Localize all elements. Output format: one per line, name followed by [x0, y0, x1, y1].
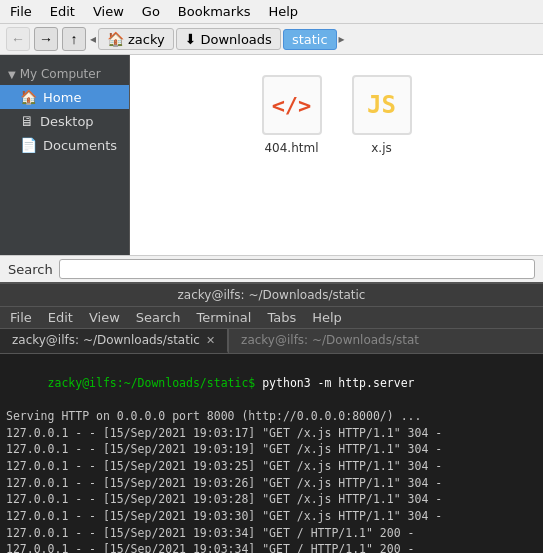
- terminal-prompt-line: zacky@ilfs:~/Downloads/static$ python3 -…: [6, 358, 537, 408]
- file-item-xjs[interactable]: JS x.js: [352, 75, 412, 155]
- terminal-menubar: File Edit View Search Terminal Tabs Help: [0, 307, 543, 329]
- file-content-area: </> 404.html JS x.js: [130, 55, 543, 255]
- search-bar: Search: [0, 255, 543, 282]
- documents-sidebar-icon: 📄: [20, 137, 37, 153]
- sidebar-item-home[interactable]: 🏠 Home: [0, 85, 129, 109]
- loc-right-arrow[interactable]: ▸: [339, 32, 345, 46]
- terminal-body[interactable]: zacky@ilfs:~/Downloads/static$ python3 -…: [0, 354, 543, 553]
- menu-help[interactable]: Help: [262, 2, 304, 21]
- file-item-404html[interactable]: </> 404.html: [262, 75, 322, 155]
- forward-button[interactable]: →: [34, 27, 58, 51]
- sidebar-item-desktop[interactable]: 🖥 Desktop: [0, 109, 129, 133]
- search-input[interactable]: [59, 259, 535, 279]
- terminal-titlebar: zacky@ilfs: ~/Downloads/static: [0, 284, 543, 307]
- back-button[interactable]: ←: [6, 27, 30, 51]
- up-button[interactable]: ↑: [62, 27, 86, 51]
- term-menu-terminal[interactable]: Terminal: [192, 309, 255, 326]
- terminal-line-4: 127.0.0.1 - - [15/Sep/2021 19:03:26] "GE…: [6, 475, 537, 492]
- home-icon: 🏠: [107, 31, 124, 47]
- loc-item-zacky[interactable]: 🏠 zacky: [98, 28, 174, 50]
- terminal-line-5: 127.0.0.1 - - [15/Sep/2021 19:03:28] "GE…: [6, 491, 537, 508]
- terminal-line-2: 127.0.0.1 - - [15/Sep/2021 19:03:19] "GE…: [6, 441, 537, 458]
- terminal-line-7: 127.0.0.1 - - [15/Sep/2021 19:03:34] "GE…: [6, 525, 537, 542]
- sidebar-item-documents[interactable]: 📄 Documents: [0, 133, 129, 157]
- toolbar: ← → ↑ ◂ 🏠 zacky ⬇ Downloads static ▸: [0, 24, 543, 55]
- main-area: ▼ My Computer 🏠 Home 🖥 Desktop 📄 Documen…: [0, 55, 543, 255]
- terminal-line-0: Serving HTTP on 0.0.0.0 port 8000 (http:…: [6, 408, 537, 425]
- terminal-line-6: 127.0.0.1 - - [15/Sep/2021 19:03:30] "GE…: [6, 508, 537, 525]
- menu-bookmarks[interactable]: Bookmarks: [172, 2, 257, 21]
- term-menu-edit[interactable]: Edit: [44, 309, 77, 326]
- term-menu-view[interactable]: View: [85, 309, 124, 326]
- section-arrow-icon: ▼: [8, 69, 16, 80]
- term-menu-tabs[interactable]: Tabs: [263, 309, 300, 326]
- desktop-sidebar-icon: 🖥: [20, 113, 34, 129]
- terminal-tabs: zacky@ilfs: ~/Downloads/static ✕ zacky@i…: [0, 329, 543, 354]
- term-menu-help[interactable]: Help: [308, 309, 346, 326]
- location-bar: ◂ 🏠 zacky ⬇ Downloads static ▸: [90, 28, 537, 50]
- file-name-404html: 404.html: [264, 141, 318, 155]
- terminal-window: zacky@ilfs: ~/Downloads/static File Edit…: [0, 282, 543, 553]
- file-icon-js: JS: [352, 75, 412, 135]
- menu-go[interactable]: Go: [136, 2, 166, 21]
- loc-item-downloads[interactable]: ⬇ Downloads: [176, 28, 281, 50]
- file-name-xjs: x.js: [371, 141, 392, 155]
- menu-file[interactable]: File: [4, 2, 38, 21]
- loc-item-static[interactable]: static: [283, 29, 337, 50]
- loc-left-arrow[interactable]: ◂: [90, 32, 96, 46]
- terminal-line-3: 127.0.0.1 - - [15/Sep/2021 19:03:25] "GE…: [6, 458, 537, 475]
- terminal-tab-2[interactable]: zacky@ilfs: ~/Downloads/stat: [228, 329, 543, 353]
- sidebar: ▼ My Computer 🏠 Home 🖥 Desktop 📄 Documen…: [0, 55, 130, 255]
- file-icon-html: </>: [262, 75, 322, 135]
- download-icon: ⬇: [185, 31, 197, 47]
- menu-view[interactable]: View: [87, 2, 130, 21]
- sidebar-section-my-computer: ▼ My Computer: [0, 63, 129, 85]
- file-manager-menubar: File Edit View Go Bookmarks Help: [0, 0, 543, 24]
- file-manager: File Edit View Go Bookmarks Help ← → ↑ ◂…: [0, 0, 543, 282]
- term-menu-file[interactable]: File: [6, 309, 36, 326]
- terminal-line-8: 127.0.0.1 - - [15/Sep/2021 19:03:34] "GE…: [6, 541, 537, 553]
- terminal-line-1: 127.0.0.1 - - [15/Sep/2021 19:03:17] "GE…: [6, 425, 537, 442]
- menu-edit[interactable]: Edit: [44, 2, 81, 21]
- tab-close-button[interactable]: ✕: [206, 334, 215, 347]
- term-menu-search[interactable]: Search: [132, 309, 185, 326]
- home-sidebar-icon: 🏠: [20, 89, 37, 105]
- search-label: Search: [8, 262, 53, 277]
- terminal-tab-1[interactable]: zacky@ilfs: ~/Downloads/static ✕: [0, 329, 228, 353]
